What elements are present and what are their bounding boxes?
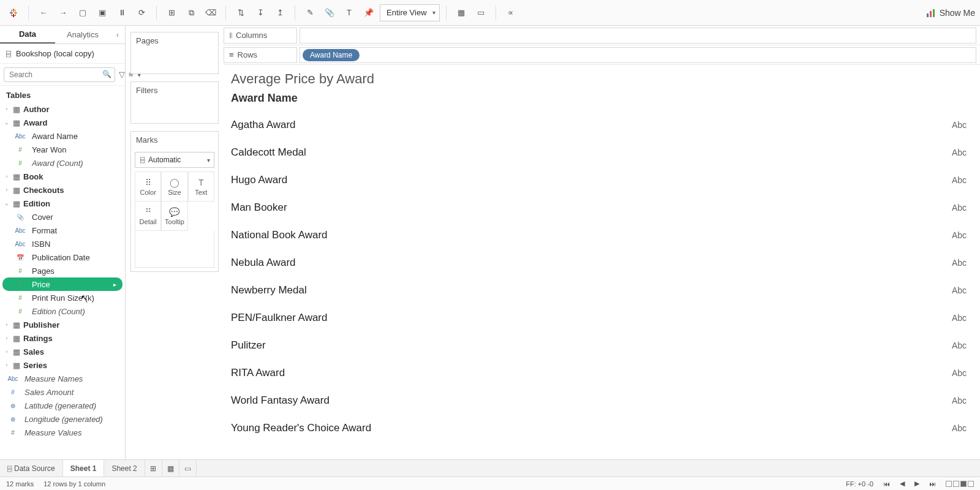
- filter-fields-icon[interactable]: ▽: [119, 70, 125, 79]
- search-input[interactable]: [4, 67, 115, 82]
- field-tree: ›▦Author⌄▦AwardAbcAward Name#Year Won#Aw…: [0, 102, 125, 459]
- group-button[interactable]: 📎: [321, 4, 338, 21]
- pause-updates-button[interactable]: ⏸: [113, 4, 130, 21]
- field-cover[interactable]: 📎Cover: [0, 210, 125, 224]
- sheet-tab-2[interactable]: Sheet 2: [104, 460, 145, 477]
- nav-prev-icon[interactable]: ◀: [900, 480, 905, 488]
- table-series[interactable]: ›▦Series: [0, 358, 125, 372]
- text-button[interactable]: T: [341, 4, 358, 21]
- collapse-data-pane[interactable]: ‹: [110, 26, 125, 43]
- highlight-button[interactable]: ✎: [301, 4, 318, 21]
- table-ratings[interactable]: ›▦Ratings: [0, 331, 125, 345]
- marks-detail[interactable]: ⠛Detail: [135, 202, 161, 231]
- show-me-button[interactable]: Show Me: [926, 8, 975, 18]
- tab-analytics[interactable]: Analytics: [55, 26, 110, 43]
- field-longitude-generated-[interactable]: ⊕Longitude (generated): [0, 412, 125, 426]
- refresh-button[interactable]: ⟳: [133, 4, 150, 21]
- svg-rect-8: [927, 13, 929, 17]
- table-edition[interactable]: ⌄▦Edition: [0, 197, 125, 210]
- table-publisher[interactable]: ›▦Publisher: [0, 318, 125, 331]
- viz-row[interactable]: National Book AwardAbc: [231, 221, 970, 249]
- field-price[interactable]: #Price: [2, 277, 123, 291]
- duplicate-button[interactable]: ⧉: [183, 4, 200, 21]
- viz-column-header: Award Name: [231, 92, 970, 105]
- marks-text[interactable]: TText: [188, 172, 214, 202]
- field-measure-values[interactable]: #Measure Values: [0, 426, 125, 439]
- viz-row[interactable]: Young Reader's Choice AwardAbc: [231, 414, 970, 442]
- marks-size[interactable]: ◯Size: [161, 172, 187, 202]
- viz-row[interactable]: Nebula AwardAbc: [231, 249, 970, 276]
- fit-mode-select[interactable]: Entire View: [380, 4, 440, 21]
- new-data-source-button[interactable]: ▣: [94, 4, 111, 21]
- rows-pill-award-name[interactable]: Award Name: [303, 49, 360, 61]
- field-print-run-size-k-[interactable]: #Print Run Size (k): [0, 291, 125, 304]
- pin-button[interactable]: 📌: [360, 4, 377, 21]
- clear-sheet-button[interactable]: ⌫: [202, 4, 219, 21]
- field-award-name[interactable]: AbcAward Name: [0, 129, 125, 143]
- field-latitude-generated-[interactable]: ⊕Latitude (generated): [0, 399, 125, 412]
- field-measure-names[interactable]: AbcMeasure Names: [0, 372, 125, 385]
- viz-row[interactable]: RITA AwardAbc: [231, 359, 970, 386]
- mark-type-select[interactable]: ⌸Automatic: [135, 152, 214, 168]
- rows-shelf[interactable]: Award Name: [300, 47, 976, 63]
- new-dashboard-tab[interactable]: ▦: [162, 460, 179, 477]
- nav-next-icon[interactable]: ▶: [914, 480, 919, 488]
- swap-button[interactable]: ⇅: [232, 4, 249, 21]
- field-edition-count-[interactable]: #Edition (Count): [0, 304, 125, 318]
- view-mode-boxes[interactable]: [946, 481, 974, 487]
- viz-row[interactable]: Agatha AwardAbc: [231, 111, 970, 138]
- marks-color[interactable]: ⠿Color: [135, 172, 161, 202]
- presentation-button[interactable]: ▭: [472, 4, 489, 21]
- back-button[interactable]: ←: [35, 4, 52, 21]
- viz-row[interactable]: PEN/Faulkner AwardAbc: [231, 304, 970, 331]
- table-award[interactable]: ⌄▦Award: [0, 116, 125, 129]
- viz-row[interactable]: PulitzerAbc: [231, 331, 970, 359]
- sort-asc-button[interactable]: ↧: [252, 4, 269, 21]
- tableau-logo[interactable]: [5, 4, 22, 21]
- field-sales-amount[interactable]: #Sales Amount: [0, 385, 125, 399]
- viz-row[interactable]: World Fantasy AwardAbc: [231, 386, 970, 414]
- nav-last-icon[interactable]: ⏭: [929, 480, 936, 488]
- viz-row[interactable]: Man BookerAbc: [231, 194, 970, 221]
- pages-shelf[interactable]: Pages: [130, 32, 219, 74]
- field-award-count-[interactable]: #Award (Count): [0, 156, 125, 170]
- data-source-tab[interactable]: ⌸ Data Source: [0, 460, 63, 477]
- marks-drop-area[interactable]: [135, 231, 214, 268]
- marks-tooltip[interactable]: 💬Tooltip: [161, 202, 187, 231]
- table-sales[interactable]: ›▦Sales: [0, 345, 125, 358]
- datasource-row[interactable]: ⌸ Bookshop (local copy): [0, 44, 125, 64]
- table-author[interactable]: ›▦Author: [0, 102, 125, 116]
- new-worksheet-tab[interactable]: ⊞: [145, 460, 162, 477]
- svg-rect-1: [11, 10, 16, 10]
- data-pane: Data Analytics ‹ ⌸ Bookshop (local copy)…: [0, 26, 126, 459]
- table-book[interactable]: ›▦Book: [0, 170, 125, 183]
- new-worksheet-button[interactable]: ⊞: [163, 4, 180, 21]
- shelves-column: Pages Filters Marks ⌸Automatic ⠿Color◯Si…: [126, 26, 224, 459]
- share-button[interactable]: ∝: [502, 4, 519, 21]
- field-pages[interactable]: #Pages: [0, 264, 125, 277]
- viz-row[interactable]: Caldecott MedalAbc: [231, 138, 970, 166]
- sort-desc-button[interactable]: ↥: [271, 4, 288, 21]
- nav-first-icon[interactable]: ⏮: [883, 480, 890, 488]
- columns-icon: ⦀: [229, 31, 232, 40]
- viz-row[interactable]: Newberry MedalAbc: [231, 276, 970, 304]
- worksheet-area: ⦀ Columns ≡ Rows Award Name Average Pric…: [224, 26, 980, 459]
- save-button[interactable]: ▢: [74, 4, 91, 21]
- sheet-tab-1[interactable]: Sheet 1: [63, 460, 105, 477]
- field-isbn[interactable]: AbcISBN: [0, 237, 125, 251]
- table-checkouts[interactable]: ›▦Checkouts: [0, 183, 125, 197]
- filters-shelf[interactable]: Filters: [130, 81, 219, 124]
- field-year-won[interactable]: #Year Won: [0, 143, 125, 156]
- datasource-icon: ⌸: [6, 49, 11, 58]
- columns-shelf[interactable]: [300, 28, 976, 43]
- field-format[interactable]: AbcFormat: [0, 224, 125, 237]
- data-source-icon: ⌸: [7, 464, 12, 473]
- show-cards-button[interactable]: ▦: [453, 4, 470, 21]
- viz-title[interactable]: Average Price by Award: [231, 71, 970, 87]
- viz-row[interactable]: Hugo AwardAbc: [231, 166, 970, 194]
- field-publication-date[interactable]: 📅Publication Date: [0, 251, 125, 264]
- forward-button[interactable]: →: [55, 4, 72, 21]
- new-story-tab[interactable]: ▭: [179, 460, 197, 477]
- tab-data[interactable]: Data: [0, 26, 55, 43]
- status-bar: 12 marks 12 rows by 1 column FF: +0 -0 ⏮…: [0, 477, 980, 490]
